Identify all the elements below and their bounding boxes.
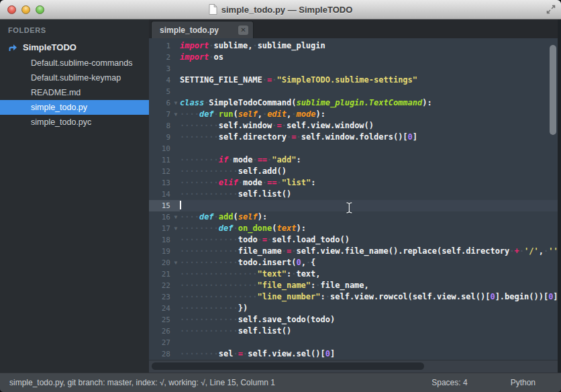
code-line-18[interactable]: 18············todo·=·self.load_todo()	[149, 234, 561, 246]
status-left-text: simple_todo.py, git branch: master, inde…	[9, 378, 275, 387]
code-text: ············self.list()	[180, 326, 291, 337]
main-area: FOLDERS SimpleTODO Default.sublime-comma…	[0, 19, 561, 373]
code-text: SETTING_FILE_NAME·=·"SimpleTODO.sublime-…	[180, 75, 417, 86]
code-text: import·sublime,·sublime_plugin	[180, 40, 325, 52]
code-text: ················"file_name":·file_name,	[180, 280, 369, 291]
fold-gutter-spacer	[172, 337, 180, 348]
code-editor[interactable]: 1import·sublime,·sublime_plugin2import·o…	[149, 38, 561, 360]
vertical-scrollbar-thumb[interactable]	[550, 45, 556, 135]
code-line-23[interactable]: 23················"line_number":·self.vi…	[149, 291, 561, 303]
fold-gutter-spacer	[172, 52, 180, 63]
traffic-lights	[7, 5, 44, 14]
fold-gutter-spacer	[172, 268, 180, 280]
code-text: ················"text":·text,	[180, 268, 321, 280]
code-line-9[interactable]: 9········self.directory·=·self.window.fo…	[149, 132, 561, 143]
fold-arrow-icon[interactable]: ▼	[172, 97, 180, 109]
code-line-16[interactable]: 16▼····def·add(self):	[149, 211, 561, 223]
code-line-27[interactable]: 27	[149, 337, 561, 348]
code-text: ············file_name·=·self.view.file_n…	[180, 246, 558, 257]
code-text: ····def·run(self,·edit,·mode):	[180, 109, 325, 120]
code-line-26[interactable]: 26············self.list()	[149, 326, 561, 337]
code-text: ········elif·mode·==·"list":	[180, 177, 315, 189]
sidebar: FOLDERS SimpleTODO Default.sublime-comma…	[0, 19, 149, 373]
code-line-5[interactable]: 5	[149, 86, 561, 97]
code-line-7[interactable]: 7▼····def·run(self,·edit,·mode):	[149, 109, 561, 120]
horizontal-scrollbar-track[interactable]	[149, 360, 561, 373]
status-syntax-setting[interactable]: Python	[511, 378, 536, 387]
fold-gutter-spacer	[172, 63, 180, 75]
tab-simple-todo-py[interactable]: simple_todo.py ✕	[151, 21, 254, 38]
sidebar-file-simple-todo-pyc[interactable]: simple_todo.pyc	[0, 115, 149, 130]
fullscreen-button[interactable]	[546, 5, 556, 14]
code-line-4[interactable]: 4SETTING_FILE_NAME·=·"SimpleTODO.sublime…	[149, 75, 561, 86]
code-line-20[interactable]: 20▼············todo.insert(0,·{	[149, 257, 561, 268]
fold-gutter-spacer	[172, 154, 180, 166]
fold-gutter-spacer	[172, 86, 180, 97]
code-line-8[interactable]: 8········self.window·=·self.view.window(…	[149, 120, 561, 132]
code-line-19[interactable]: 19············file_name·=·self.view.file…	[149, 246, 561, 257]
code-line-22[interactable]: 22················"file_name":·file_name…	[149, 280, 561, 291]
tab-label: simple_todo.py	[160, 26, 219, 35]
line-number: 14	[149, 189, 172, 200]
line-number: 5	[149, 86, 172, 97]
horizontal-scrollbar-thumb[interactable]	[152, 362, 424, 370]
zoom-window-button[interactable]	[36, 5, 44, 14]
fold-arrow-icon[interactable]: ▼	[172, 109, 180, 120]
document-icon	[209, 4, 217, 15]
code-line-25[interactable]: 25············self.save_todo(todo)	[149, 314, 561, 326]
code-area: 1import·sublime,·sublime_plugin2import·o…	[149, 40, 561, 360]
line-number: 12	[149, 166, 172, 177]
editor-column: simple_todo.py ✕ 1import·sublime,·sublim…	[149, 19, 561, 373]
code-line-12[interactable]: 12············self.add()	[149, 166, 561, 177]
line-number: 2	[149, 52, 172, 63]
sidebar-file-default-sublime-commands[interactable]: Default.sublime-commands	[0, 56, 149, 70]
line-number: 8	[149, 120, 172, 132]
sidebar-file-simple-todo-py[interactable]: simple_todo.py	[0, 100, 149, 115]
code-line-17[interactable]: 17▼········def·on_done(text):	[149, 223, 561, 234]
code-text: ····def·add(self):	[180, 211, 267, 223]
code-line-28[interactable]: 28········sel·=·self.view.sel()[0]	[149, 348, 561, 360]
code-line-2[interactable]: 2import·os	[149, 52, 561, 63]
line-number: 24	[149, 303, 172, 314]
code-line-13[interactable]: 13········elif·mode·==·"list":	[149, 177, 561, 189]
code-line-24[interactable]: 24············})	[149, 303, 561, 314]
code-line-14[interactable]: 14············self.list()	[149, 189, 561, 200]
fold-gutter-spacer	[172, 326, 180, 337]
tab-bar: simple_todo.py ✕	[149, 19, 561, 38]
line-number: 10	[149, 143, 172, 154]
window-title: simple_todo.py — SimpleTODO	[221, 5, 353, 15]
sidebar-file-default-sublime-keymap[interactable]: Default.sublime-keymap	[0, 70, 149, 85]
code-line-21[interactable]: 21················"text":·text,	[149, 268, 561, 280]
code-text: ········self.directory·=·self.window.fol…	[180, 132, 417, 143]
fold-gutter-spacer	[172, 291, 180, 303]
code-line-1[interactable]: 1import·sublime,·sublime_plugin	[149, 40, 561, 52]
line-number: 23	[149, 291, 172, 303]
sidebar-file-readme-md[interactable]: README.md	[0, 85, 149, 100]
code-line-3[interactable]: 3	[149, 63, 561, 75]
code-line-15[interactable]: 15	[149, 200, 561, 211]
sidebar-folder-simpletodo[interactable]: SimpleTODO	[0, 40, 149, 56]
fold-arrow-icon[interactable]: ▼	[172, 257, 180, 268]
status-indent-setting[interactable]: Spaces: 4	[431, 378, 467, 387]
code-line-6[interactable]: 6▼class·SimpleTodoCommand(sublime_plugin…	[149, 97, 561, 109]
code-line-11[interactable]: 11········if·mode·==·"add":	[149, 154, 561, 166]
close-window-button[interactable]	[7, 5, 16, 14]
code-line-10[interactable]: 10	[149, 143, 561, 154]
fold-gutter-spacer	[172, 189, 180, 200]
minimize-window-button[interactable]	[21, 5, 30, 14]
code-text: ········def·on_done(text):	[180, 223, 306, 234]
code-text: ············todo.insert(0,·{	[180, 257, 315, 268]
folder-arrow-icon	[8, 44, 17, 52]
line-number: 27	[149, 337, 172, 348]
code-text: ········self.window·=·self.view.window()	[180, 120, 374, 132]
line-number: 20	[149, 257, 172, 268]
line-number: 3	[149, 63, 172, 75]
line-number: 9	[149, 132, 172, 143]
fold-arrow-icon[interactable]: ▼	[172, 223, 180, 234]
fold-arrow-icon[interactable]: ▼	[172, 211, 180, 223]
line-number: 21	[149, 268, 172, 280]
code-text: class·SimpleTodoCommand(sublime_plugin.T…	[180, 97, 432, 109]
title-bar[interactable]: simple_todo.py — SimpleTODO	[0, 0, 561, 19]
tab-close-icon[interactable]: ✕	[238, 26, 248, 35]
fold-gutter-spacer	[172, 120, 180, 132]
